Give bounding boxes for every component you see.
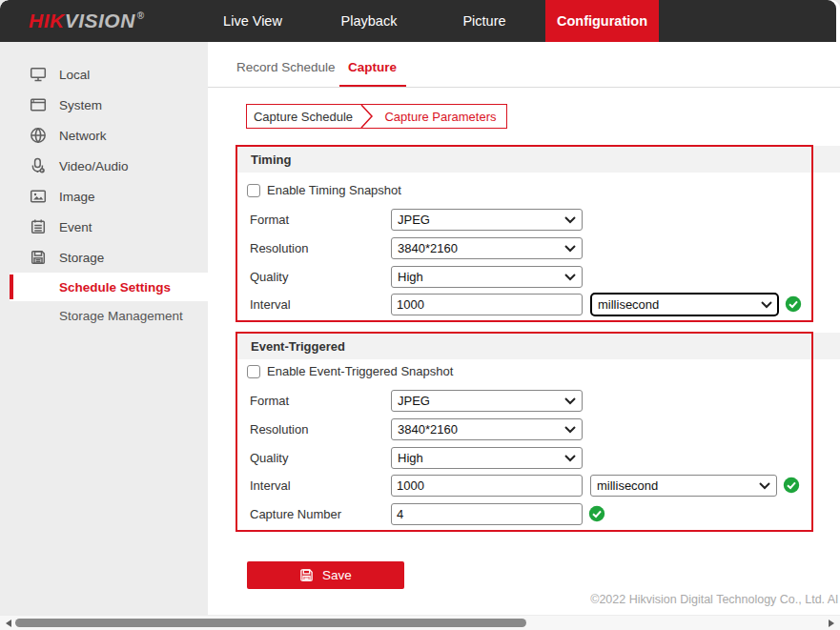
nav-label: Configuration <box>557 13 647 29</box>
floppy-icon <box>30 249 47 266</box>
event-resolution-row: Resolution 3840*2160 <box>250 417 583 440</box>
field-label: Resolution <box>250 422 391 437</box>
enable-event-triggered-snapshot-row: Enable Event-Triggered Snapshot <box>247 363 453 379</box>
app-window: HIKVISION® Live View Playback Picture Co… <box>0 0 840 630</box>
subtab-label: Capture Schedule <box>254 110 353 124</box>
enable-timing-snapshot-row: Enable Timing Snapshot <box>247 182 401 198</box>
copyright-text: ©2022 Hikvision Digital Technology Co., … <box>590 593 838 606</box>
save-icon <box>299 568 314 582</box>
microphone-icon <box>30 157 47 174</box>
timing-section-header: Timing <box>236 146 840 173</box>
sidebar-item-image[interactable]: Image <box>0 181 208 212</box>
tab-divider <box>208 87 840 88</box>
event-quality-row: Quality High <box>250 446 583 469</box>
active-indicator-bar <box>10 274 13 299</box>
event-format-select[interactable]: JPEG <box>391 390 583 412</box>
sidebar-item-label: Event <box>59 220 92 234</box>
subtab-label: Capture Parameters <box>384 110 496 124</box>
timing-resolution-row: Resolution 3840*2160 <box>250 236 583 259</box>
field-label: Capture Number <box>250 507 391 521</box>
scroll-left-arrow-icon[interactable] <box>6 620 11 627</box>
section-title: Timing <box>251 152 291 167</box>
event-interval-unit-select[interactable]: millisecond <box>590 475 777 497</box>
sidebar-subitem-label: Schedule Settings <box>59 280 171 295</box>
scroll-right-arrow-icon[interactable] <box>829 620 834 627</box>
nav-picture[interactable]: Picture <box>432 0 537 42</box>
timing-quality-select[interactable]: High <box>391 266 583 288</box>
top-navigation-bar: HIKVISION® Live View Playback Picture Co… <box>0 0 836 42</box>
main-content: Record Schedule Capture Capture Schedule… <box>208 42 840 615</box>
sidebar-item-event[interactable]: Event <box>0 212 208 242</box>
checkbox-label: Enable Timing Snapshot <box>267 183 401 197</box>
event-interval-row: Interval millisecond <box>250 474 800 497</box>
monitor-icon <box>30 66 47 83</box>
field-label: Interval <box>250 297 391 312</box>
valid-check-icon <box>588 505 605 522</box>
capture-subtabs: Capture Schedule Capture Parameters <box>246 104 507 129</box>
sidebar-item-label: Storage <box>59 251 104 265</box>
subtab-capture-parameters[interactable]: Capture Parameters <box>375 110 506 124</box>
enable-event-triggered-snapshot-checkbox[interactable] <box>247 365 260 378</box>
save-button-label: Save <box>322 568 352 582</box>
tab-label: Capture <box>348 60 397 74</box>
tab-capture[interactable]: Capture <box>348 60 397 74</box>
timing-format-select[interactable]: JPEG <box>391 209 583 231</box>
sidebar-item-storage[interactable]: Storage <box>0 242 208 273</box>
event-triggered-section-header: Event-Triggered <box>236 333 840 359</box>
sidebar-item-local[interactable]: Local <box>0 59 208 90</box>
scrollbar-thumb[interactable] <box>15 619 526 627</box>
nav-playback[interactable]: Playback <box>317 0 421 42</box>
field-label: Format <box>250 213 391 227</box>
field-label: Interval <box>250 478 391 493</box>
sidebar-item-network[interactable]: Network <box>0 120 208 151</box>
field-label: Resolution <box>250 241 391 255</box>
timing-interval-unit-select[interactable]: millisecond <box>590 293 779 316</box>
sidebar: Local System Network Video/Audio Image <box>0 42 208 615</box>
sidebar-item-system[interactable]: System <box>0 90 208 120</box>
subtab-capture-schedule[interactable]: Capture Schedule <box>247 110 359 124</box>
nav-live-view[interactable]: Live View <box>200 0 305 42</box>
tab-label: Record Schedule <box>236 60 336 74</box>
sidebar-subitem-label: Storage Management <box>59 309 183 323</box>
valid-check-icon <box>783 477 800 494</box>
globe-icon <box>30 127 47 144</box>
checkbox-label: Enable Event-Triggered Snapshot <box>267 364 453 378</box>
nav-label: Playback <box>341 13 398 29</box>
event-format-row: Format JPEG <box>250 389 583 412</box>
sidebar-item-schedule-settings[interactable]: Schedule Settings <box>10 273 208 301</box>
tab-record-schedule[interactable]: Record Schedule <box>236 60 336 74</box>
logo-hik: HIK <box>29 10 65 32</box>
event-interval-input[interactable] <box>391 475 583 497</box>
sidebar-item-label: Local <box>59 68 90 82</box>
hikvision-logo: HIKVISION® <box>29 0 145 42</box>
timing-quality-row: Quality High <box>250 265 583 288</box>
nav-label: Live View <box>223 13 282 29</box>
sidebar-item-label: Network <box>59 129 107 143</box>
horizontal-scrollbar[interactable] <box>0 615 840 630</box>
sidebar-item-label: Video/Audio <box>59 159 129 173</box>
field-label: Format <box>250 394 391 408</box>
sidebar-item-label: System <box>59 98 102 112</box>
field-label: Quality <box>250 451 391 465</box>
nav-label: Picture <box>462 13 505 29</box>
timing-resolution-select[interactable]: 3840*2160 <box>391 237 583 259</box>
section-title: Event-Triggered <box>251 339 345 354</box>
valid-check-icon <box>785 295 802 313</box>
window-icon <box>30 96 47 113</box>
timing-interval-row: Interval millisecond <box>250 293 802 315</box>
sidebar-item-video-audio[interactable]: Video/Audio <box>0 151 208 181</box>
calendar-icon <box>30 218 47 235</box>
sidebar-item-storage-management[interactable]: Storage Management <box>0 301 208 330</box>
timing-interval-input[interactable] <box>391 294 583 315</box>
image-icon <box>30 188 47 205</box>
enable-timing-snapshot-checkbox[interactable] <box>247 184 260 197</box>
breadcrumb-chevron-icon <box>359 105 375 128</box>
nav-configuration[interactable]: Configuration <box>545 0 659 42</box>
event-capture-number-row: Capture Number <box>250 502 605 525</box>
registered-mark: ® <box>137 10 145 21</box>
event-resolution-select[interactable]: 3840*2160 <box>391 418 583 440</box>
event-quality-select[interactable]: High <box>391 447 583 469</box>
timing-format-row: Format JPEG <box>250 208 583 231</box>
event-capture-number-input[interactable] <box>391 503 583 525</box>
save-button[interactable]: Save <box>247 561 404 589</box>
